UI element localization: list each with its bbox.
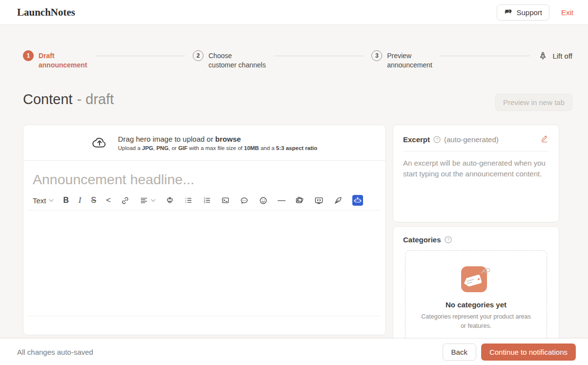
horizontal-rule-button[interactable]: —: [278, 196, 285, 205]
step-2-label: Choose customer channels: [208, 50, 266, 70]
step-draft-announcement[interactable]: 1 Draft announcement: [23, 50, 87, 70]
edit-excerpt-button[interactable]: [540, 134, 549, 145]
continue-to-notifications-button[interactable]: Continue to notifications: [481, 344, 576, 361]
footer-actions: Back Continue to notifications: [443, 344, 576, 361]
help-icon[interactable]: ?: [433, 136, 441, 143]
headline-input[interactable]: Announcement headline...: [33, 172, 376, 188]
excerpt-title: Excerpt: [403, 135, 430, 144]
link-button[interactable]: [121, 196, 130, 205]
categories-header: Categories ?: [403, 227, 549, 244]
page-title-main: Content: [23, 91, 73, 107]
step-1-badge: 1: [23, 50, 34, 61]
stepper-connector: [274, 56, 364, 56]
header-actions: Support Exit: [497, 4, 573, 21]
quote-button[interactable]: [240, 196, 249, 205]
smiley-icon: [259, 196, 268, 205]
media-library-button[interactable]: [295, 196, 304, 205]
step-lift-off: Lift off: [538, 50, 572, 61]
brush-icon: [165, 196, 174, 205]
autosave-status: All changes auto-saved: [17, 348, 93, 356]
step-choose-channels[interactable]: 2 Choose customer channels: [193, 50, 266, 70]
italic-button[interactable]: I: [79, 196, 81, 205]
signature-button[interactable]: [333, 196, 343, 205]
wizard-stepper: 1 Draft announcement 2 Choose customer c…: [23, 50, 572, 70]
help-icon[interactable]: ?: [445, 236, 452, 243]
embed-button[interactable]: [314, 196, 324, 205]
svg-text:?: ?: [436, 137, 438, 142]
support-button[interactable]: Support: [497, 4, 549, 21]
chevron-down-icon: [151, 199, 156, 202]
strikethrough-button[interactable]: S: [91, 196, 96, 205]
code-block-button[interactable]: [221, 196, 230, 205]
exit-link[interactable]: Exit: [561, 8, 573, 17]
excerpt-suffix: (auto-generated): [444, 135, 499, 144]
category-tag-illustration: [458, 261, 495, 293]
ordered-list-icon: 1 2 3: [203, 196, 211, 205]
editor-card: Drag hero image to upload or browse Uplo…: [23, 125, 386, 335]
bottom-bar: All changes auto-saved Back Continue to …: [0, 338, 588, 365]
step-3-badge: 3: [371, 50, 382, 61]
speech-bubble-icon: [240, 196, 249, 205]
stepper-connector: [95, 56, 185, 56]
excerpt-placeholder-text: An excerpt will be auto-generated when y…: [403, 158, 549, 179]
hero-image-upload-zone[interactable]: Drag hero image to upload or browse Uplo…: [23, 125, 385, 161]
upload-instructions: Drag hero image to upload or browse Uplo…: [118, 135, 317, 151]
step-preview-announcement[interactable]: 3 Preview announcement: [371, 50, 432, 70]
step-2-badge: 2: [193, 50, 203, 61]
main-content: 1 Draft announcement 2 Choose customer c…: [0, 25, 588, 338]
clear-formatting-button[interactable]: [165, 196, 174, 205]
editor-footer-divider: [28, 316, 381, 316]
top-bar: LaunchNotes Support Exit: [0, 0, 588, 25]
announcement-body-input[interactable]: [23, 211, 385, 308]
align-left-icon: [140, 196, 148, 205]
cloud-upload-icon: [92, 135, 107, 150]
robot-icon: [354, 196, 362, 204]
categories-empty-title: No categories yet: [413, 301, 539, 309]
back-button[interactable]: Back: [443, 344, 476, 361]
ordered-list-button[interactable]: 1 2 3: [203, 196, 211, 205]
categories-empty-state: No categories yet Categories represent y…: [405, 250, 547, 338]
svg-text:3: 3: [204, 201, 205, 204]
bold-button[interactable]: B: [63, 196, 69, 205]
stepper-connector: [440, 56, 530, 56]
photos-stack-icon: [295, 196, 304, 205]
step-1-label: Draft announcement: [39, 50, 87, 70]
categories-title: Categories: [403, 236, 441, 244]
categories-empty-body: Categories represent your product areas …: [420, 312, 532, 331]
pencil-icon: [540, 134, 549, 143]
feather-pen-icon: [333, 196, 343, 205]
chevron-down-icon: [49, 199, 54, 202]
upload-line2: Upload a JPG, PNG, or GIF with a max fil…: [118, 145, 317, 151]
page-title-status: - draft: [77, 91, 114, 107]
link-icon: [121, 196, 130, 205]
bullet-list-icon: [184, 196, 193, 205]
app-logo: LaunchNotes: [17, 6, 75, 19]
emoji-button[interactable]: [259, 196, 268, 205]
step-3-label: Preview announcement: [387, 50, 432, 70]
upload-line1: Drag hero image to upload or browse: [118, 135, 317, 143]
preview-in-new-tab-button[interactable]: Preview in new tab: [495, 94, 572, 111]
terminal-icon: [221, 196, 230, 205]
editor-toolbar: Text B I S <: [33, 195, 376, 206]
chat-bubbles-icon: [504, 8, 512, 17]
support-label: Support: [516, 8, 542, 17]
page-title: Content - draft: [23, 91, 114, 107]
monitor-code-icon: [314, 196, 324, 205]
browse-link[interactable]: browse: [215, 135, 241, 143]
bullet-list-button[interactable]: [184, 196, 193, 205]
excerpt-card: Excerpt ? (auto-generated) An excerpt wi…: [393, 125, 559, 222]
inline-code-button[interactable]: <: [106, 195, 111, 205]
rocket-icon: [538, 51, 548, 61]
svg-text:?: ?: [447, 237, 449, 242]
categories-card: Categories ? No categories yet Categorie…: [393, 226, 559, 338]
text-style-dropdown[interactable]: Text: [33, 196, 54, 205]
ai-assistant-button[interactable]: [352, 195, 363, 206]
excerpt-header: Excerpt ? (auto-generated): [403, 125, 549, 151]
align-dropdown[interactable]: [140, 196, 156, 205]
lift-off-label: Lift off: [552, 52, 572, 60]
